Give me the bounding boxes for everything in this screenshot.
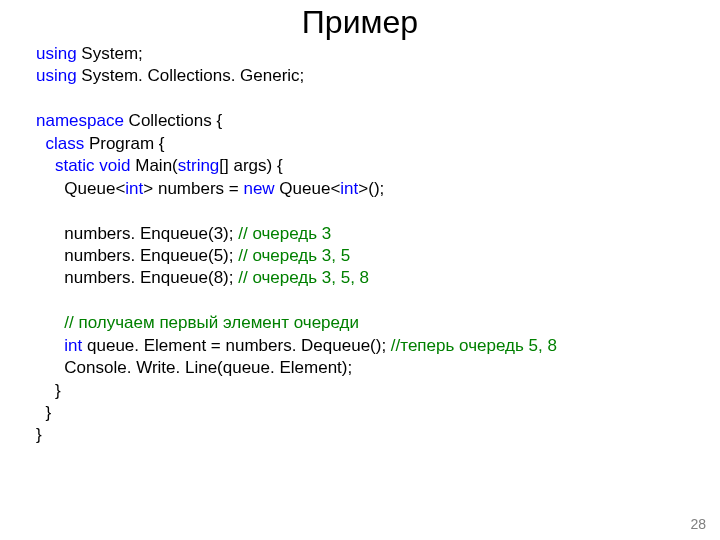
- code-text: >();: [358, 179, 384, 198]
- slide-title: Пример: [36, 0, 684, 43]
- kw-static: static: [55, 156, 95, 175]
- comment: //теперь очередь 5, 8: [391, 336, 557, 355]
- code-text: numbers. Enqueue(8);: [36, 268, 238, 287]
- kw-namespace: namespace: [36, 111, 124, 130]
- code-text: numbers. Enqueue(3);: [36, 224, 238, 243]
- code-text: [] args) {: [219, 156, 282, 175]
- kw-using: using: [36, 66, 77, 85]
- kw-int: int: [125, 179, 143, 198]
- code-text: System;: [77, 44, 143, 63]
- comment: // очередь 3, 5: [238, 246, 350, 265]
- code-text: Collections {: [124, 111, 222, 130]
- slide: Пример using System; using System. Colle…: [0, 0, 720, 540]
- code-text: Queue<: [275, 179, 341, 198]
- code-text: Queue<: [36, 179, 125, 198]
- code-text: }: [36, 403, 51, 422]
- code-text: queue. Element = numbers. Dequeue();: [82, 336, 391, 355]
- kw-new: new: [243, 179, 274, 198]
- kw-int: int: [340, 179, 358, 198]
- comment: // очередь 3, 5, 8: [238, 268, 369, 287]
- kw-using: using: [36, 44, 77, 63]
- code-text: System. Collections. Generic;: [77, 66, 305, 85]
- code-text: numbers. Enqueue(5);: [36, 246, 238, 265]
- code-block: using System; using System. Collections.…: [36, 43, 684, 447]
- code-text: Program {: [84, 134, 164, 153]
- kw-string: string: [178, 156, 220, 175]
- page-number: 28: [690, 516, 706, 532]
- code-text: }: [36, 381, 61, 400]
- code-text: Console. Write. Line(queue. Element);: [36, 358, 352, 377]
- comment: // получаем первый элемент очереди: [36, 313, 359, 332]
- kw-class: class: [45, 134, 84, 153]
- code-indent: [36, 156, 55, 175]
- code-text: }: [36, 425, 42, 444]
- code-text: [36, 336, 64, 355]
- code-text: > numbers =: [143, 179, 243, 198]
- kw-void: void: [99, 156, 130, 175]
- code-text: Main(: [131, 156, 178, 175]
- comment: // очередь 3: [238, 224, 331, 243]
- kw-int: int: [64, 336, 82, 355]
